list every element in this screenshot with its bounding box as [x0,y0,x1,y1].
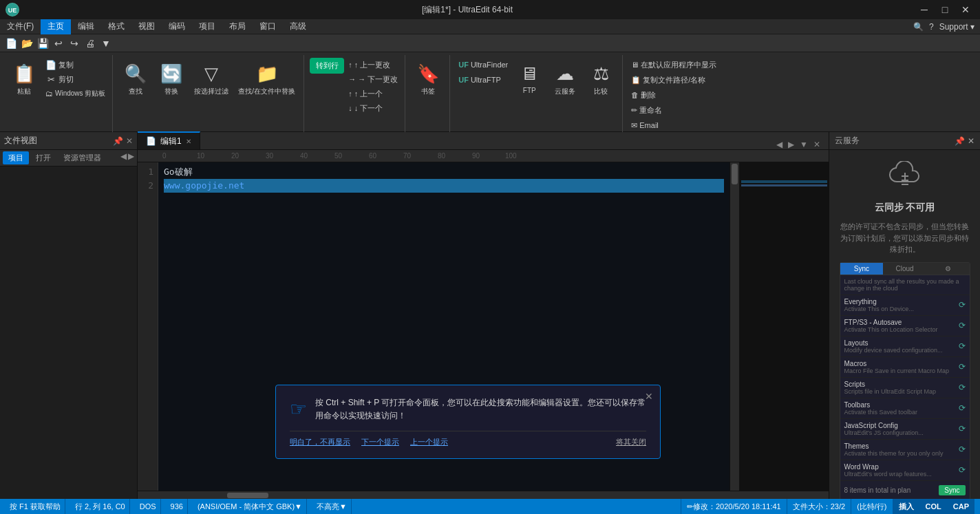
delete-button[interactable]: 🗑 删除 [628,88,719,102]
vertical-scrollbar[interactable] [729,162,739,491]
ratio-label: (比特/行) [857,502,886,512]
open-in-app-button[interactable]: 🖥 在默认应用程序中显示 [628,58,719,72]
copy-path-button[interactable]: 📋 复制文件路径/名称 [628,73,719,87]
close-panel-icon[interactable]: ✕ [126,136,133,146]
status-help: 按 F1 获取帮助 [6,499,65,514]
tooltip-dismiss[interactable]: 明白了，不再显示 [290,437,350,447]
cloud-button[interactable]: ☁ 云服务 [548,58,582,99]
modified-label: 修改： [693,502,716,512]
ftp-button[interactable]: 🖥 FTP [512,58,546,97]
close-button[interactable]: ✕ [957,3,974,17]
prev-up-button[interactable]: ↑ ↑ 上一个 [345,87,401,100]
close-all-icon[interactable]: ✕ [811,140,823,149]
undo-button[interactable]: ↩ [52,36,65,50]
ftp-icon: 🖥 [516,61,542,87]
cloud-tab-cloud[interactable]: Cloud [883,263,926,275]
compare-button[interactable]: ⚖ 比较 [584,58,618,99]
next-change-icon: → [348,75,356,83]
cloud-item-7: JavaScript Config UltraEdit's JS configu… [840,419,970,440]
replace-icon: 🔄 [158,61,184,87]
filter-button[interactable]: ▽ 按选择过滤 [190,58,233,99]
restore-button[interactable]: □ [936,3,954,17]
tooltip-close-btn[interactable]: 将其关闭 [616,437,646,447]
paste-button[interactable]: 📋 粘贴 [7,58,41,99]
open-file-button[interactable]: 📂 [20,36,34,50]
ultraftp-button[interactable]: UF UltraFTP [456,73,511,87]
menu-advanced[interactable]: 高级 [283,19,313,34]
tabs-scroll-right-icon[interactable]: ▶ [785,140,797,149]
cloud-item-3: Layouts Modify device saved configuratio… [840,336,970,357]
goto-line-button[interactable]: 转到行 [310,58,344,74]
tooltip-prev[interactable]: 上一个提示 [410,437,448,447]
more-button[interactable]: ▼ [99,36,113,50]
next-down-button[interactable]: ↓ ↓ 下一个 [345,101,401,115]
help-search[interactable]: 🔍 [913,22,924,32]
tooltip-close-x[interactable]: ✕ [645,391,653,402]
menu-home[interactable]: 主页 [41,19,71,34]
print-button[interactable]: 🖨 [83,36,97,50]
sync-button[interactable]: Sync [939,485,965,495]
menu-view[interactable]: 视图 [131,19,162,34]
file-panel-tabs: 项目 打开 资源管理器 ◀ ▶ [0,150,137,167]
cloud-mini-panel: Sync Cloud ⚙ Last cloud sync all the res… [840,262,970,500]
code-line-2: www.gopojie.net [164,179,724,193]
delete-icon: 🗑 [631,91,639,99]
tooltip-next[interactable]: 下一个提示 [361,437,399,447]
bookmarks-label: 书签 [421,87,435,96]
replace-button[interactable]: 🔄 替换 [154,58,189,99]
rename-button[interactable]: ✏ 重命名 [628,103,719,117]
horizontal-scrollbar[interactable] [138,491,829,499]
tab-menu-icon[interactable]: ▼ [797,140,811,149]
nav-next-icon[interactable]: ▶ [128,151,134,164]
menu-window[interactable]: 窗口 [253,19,283,34]
find-in-files-label: 查找/在文件中替换 [238,87,295,96]
bookmarks-button[interactable]: 🔖 书签 [411,58,445,99]
menu-encode[interactable]: 编码 [162,19,192,34]
cloud-close-icon[interactable]: ✕ [968,136,974,146]
menu-edit[interactable]: 编辑 [71,19,101,34]
svg-text:UE: UE [8,7,17,14]
menu-project[interactable]: 项目 [192,19,222,34]
status-col[interactable]: COL [919,499,947,514]
cloud-pin-icon[interactable]: 📌 [955,136,965,146]
tooltip-popup: ✕ ☞ 按 Ctrl + Shift + P 可打开命令面板，您可以在此处搜索功… [275,385,661,459]
email-button[interactable]: ✉ Email [628,118,719,132]
tab-close-icon[interactable]: ✕ [186,138,191,145]
clipboard-icon: 🗂 [45,89,53,98]
windows-clipboard-button[interactable]: 🗂 Windows 剪贴板 [43,87,108,100]
menu-bar: 文件(F) 主页 编辑 格式 视图 编码 项目 布局 窗口 高级 🔍 ? Sup… [0,19,980,34]
menu-layout[interactable]: 布局 [222,19,253,34]
cloud-tab-settings[interactable]: ⚙ [926,263,970,275]
filter-icon: ▽ [198,61,224,87]
status-cap[interactable]: CAP [947,499,974,514]
save-button[interactable]: 💾 [36,36,50,50]
editor-tab-1[interactable]: 📄 编辑1 ✕ [138,131,200,149]
new-file-button[interactable]: 📄 [4,36,18,50]
status-size: 936 [167,499,188,514]
charset-dropdown[interactable]: ▼ [295,502,302,511]
menu-format[interactable]: 格式 [101,19,131,34]
support-label[interactable]: Support ▾ [939,22,974,32]
ultrafinder-button[interactable]: UF UltraFinder [456,58,511,72]
next-change-button[interactable]: → → 下一更改 [345,72,401,86]
copy-button[interactable]: 📄 复制 [43,58,108,72]
open-in-app-icon: 🖥 [631,61,639,69]
pin-icon[interactable]: 📌 [113,136,123,146]
tab-open[interactable]: 打开 [30,151,56,164]
tab-explorer[interactable]: 资源管理器 [58,151,107,164]
prev-change-button[interactable]: ↑ ↑ 上一更改 [345,58,401,72]
menu-file[interactable]: 文件(F) [0,19,41,34]
cut-button[interactable]: ✂ 剪切 [43,72,108,86]
cloud-tab-sync[interactable]: Sync [840,263,884,275]
nav-prev-icon[interactable]: ◀ [120,151,127,164]
find-button[interactable]: 🔍 查找 [118,58,153,99]
minimap[interactable] [739,162,829,491]
highlight-dropdown[interactable]: ▼ [339,502,347,511]
tab-project[interactable]: 项目 [3,151,29,164]
minimize-button[interactable]: ─ [915,3,933,17]
status-insert[interactable]: 插入 [893,499,919,514]
find-in-files-button[interactable]: 📁 查找/在文件中替换 [234,58,299,99]
redo-button[interactable]: ↪ [67,36,81,50]
tabs-scroll-left-icon[interactable]: ◀ [774,140,785,149]
help-icon[interactable]: ? [929,22,934,32]
